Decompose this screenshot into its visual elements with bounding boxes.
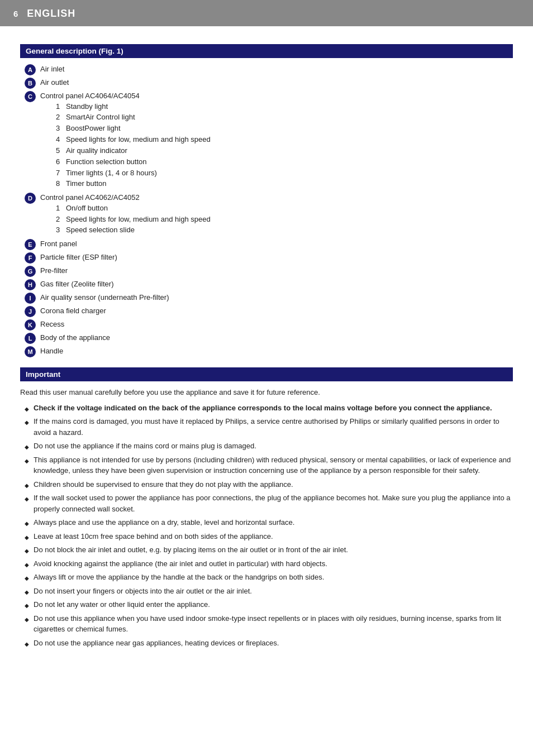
bullet-item: ◆Always place and use the appliance on a… bbox=[25, 517, 513, 528]
sub-item-text: Speed lights for low, medium and high sp… bbox=[66, 214, 211, 225]
desc-letter-badge: M bbox=[25, 346, 36, 357]
sub-list-item: 1Standby light bbox=[56, 102, 211, 112]
bullet-item: ◆Do not use the appliance if the mains c… bbox=[25, 441, 513, 452]
desc-item-text: Air quality sensor (underneath Pre-filte… bbox=[40, 293, 169, 302]
bullet-diamond-icon: ◆ bbox=[25, 547, 29, 555]
bullet-item: ◆Leave at least 10cm free space behind a… bbox=[25, 531, 513, 542]
sub-item-number: 7 bbox=[56, 168, 66, 179]
desc-item-content: Handle bbox=[40, 346, 63, 357]
sub-item-number: 1 bbox=[56, 102, 66, 112]
bullet-text: Children should be supervised to ensure … bbox=[34, 479, 293, 490]
bullet-list: ◆Check if the voltage indicated on the b… bbox=[25, 403, 513, 649]
desc-item-text: Particle filter (ESP filter) bbox=[40, 253, 117, 261]
desc-item-text: Control panel AC4064/AC4054 bbox=[40, 92, 140, 100]
desc-item-content: Front panel bbox=[40, 238, 77, 250]
page-title: ENGLISH bbox=[27, 8, 75, 20]
important-section: Important Read this user manual carefull… bbox=[20, 367, 513, 648]
sub-item-text: On/off button bbox=[66, 203, 108, 214]
sub-list-item: 2Speed lights for low, medium and high s… bbox=[56, 214, 211, 225]
bullet-diamond-icon: ◆ bbox=[25, 443, 29, 451]
page-content: General description (Fig. 1) AAir inletB… bbox=[0, 26, 533, 661]
bullet-text: Always lift or move the appliance by the… bbox=[34, 572, 324, 583]
desc-letter-badge: B bbox=[25, 78, 36, 89]
bullet-text: This appliance is not intended for use b… bbox=[34, 454, 513, 476]
sub-item-number: 2 bbox=[56, 112, 66, 123]
bullet-text: Do not insert your fingers or objects in… bbox=[34, 586, 252, 597]
bullet-diamond-icon: ◆ bbox=[25, 640, 29, 648]
important-intro: Read this user manual carefully before y… bbox=[20, 387, 513, 398]
desc-item: FParticle filter (ESP filter) bbox=[25, 252, 513, 264]
bullet-item: ◆Avoid knocking against the appliance (t… bbox=[25, 558, 513, 570]
desc-letter-badge: F bbox=[25, 252, 36, 264]
bullet-item: ◆If the mains cord is damaged, you must … bbox=[25, 416, 513, 438]
desc-item: LBody of the appliance bbox=[25, 332, 513, 344]
page: 6 ENGLISH General description (Fig. 1) A… bbox=[0, 0, 533, 756]
bullet-diamond-icon: ◆ bbox=[25, 533, 29, 542]
desc-item: GPre-filter bbox=[25, 265, 513, 277]
sub-item-number: 5 bbox=[56, 146, 66, 156]
bullet-text: Always place and use the appliance on a … bbox=[34, 517, 294, 528]
bullet-diamond-icon: ◆ bbox=[25, 615, 29, 624]
bullet-diamond-icon: ◆ bbox=[25, 495, 29, 503]
desc-item-text: Corona field charger bbox=[40, 307, 106, 315]
desc-item-text: Air outlet bbox=[40, 78, 69, 87]
sub-item-number: 1 bbox=[56, 203, 66, 214]
desc-item-text: Gas filter (Zeolite filter) bbox=[40, 280, 113, 288]
desc-item: EFront panel bbox=[25, 238, 513, 250]
general-section-header: General description (Fig. 1) bbox=[20, 44, 513, 58]
desc-item: BAir outlet bbox=[25, 77, 513, 89]
sub-list-item: 3Speed selection slide bbox=[56, 225, 211, 236]
desc-item: AAir inlet bbox=[25, 64, 513, 75]
bullet-diamond-icon: ◆ bbox=[25, 457, 29, 465]
sub-item-text: Timer lights (1, 4 or 8 hours) bbox=[66, 168, 157, 179]
desc-item-content: Air inlet bbox=[40, 64, 64, 75]
important-section-header: Important bbox=[20, 367, 513, 381]
desc-item-content: Air outlet bbox=[40, 77, 69, 88]
sub-item-text: Speed lights for low, medium and high sp… bbox=[66, 135, 211, 145]
desc-item-text: Recess bbox=[40, 320, 64, 328]
desc-letter-badge: D bbox=[25, 193, 36, 204]
desc-letter-badge: K bbox=[25, 319, 36, 331]
sub-list-item: 3BoostPower light bbox=[56, 123, 211, 134]
page-header: 6 ENGLISH bbox=[0, 0, 533, 26]
page-number: 6 bbox=[13, 9, 18, 18]
desc-item-content: Body of the appliance bbox=[40, 332, 110, 343]
desc-item: JCorona field charger bbox=[25, 305, 513, 317]
desc-item-text: Body of the appliance bbox=[40, 333, 110, 342]
bullet-text: Do not block the air inlet and outlet, e… bbox=[34, 544, 348, 556]
sub-item-text: Function selection button bbox=[66, 157, 147, 168]
sub-item-text: SmartAir Control light bbox=[66, 112, 135, 123]
bullet-text: If the mains cord is damaged, you must h… bbox=[34, 416, 513, 438]
desc-item: MHandle bbox=[25, 346, 513, 357]
bullet-text: Check if the voltage indicated on the ba… bbox=[34, 403, 492, 414]
desc-item: CControl panel AC4064/AC40541Standby lig… bbox=[25, 90, 513, 190]
sub-item-text: Standby light bbox=[66, 102, 108, 112]
general-section-title: General description (Fig. 1) bbox=[26, 47, 123, 55]
bullet-item: ◆If the wall socket used to power the ap… bbox=[25, 492, 513, 514]
bullet-text: Leave at least 10cm free space behind an… bbox=[34, 531, 273, 542]
desc-letter-badge: E bbox=[25, 239, 36, 250]
sub-list-item: 4Speed lights for low, medium and high s… bbox=[56, 135, 211, 145]
desc-item-content: Particle filter (ESP filter) bbox=[40, 252, 117, 263]
bullet-text: Avoid knocking against the appliance (th… bbox=[34, 558, 327, 570]
sub-item-number: 6 bbox=[56, 157, 66, 168]
desc-item-content: Gas filter (Zeolite filter) bbox=[40, 279, 113, 290]
sub-item-number: 3 bbox=[56, 123, 66, 134]
desc-item: KRecess bbox=[25, 319, 513, 331]
sub-item-text: Speed selection slide bbox=[66, 225, 135, 236]
bullet-item: ◆Children should be supervised to ensure… bbox=[25, 479, 513, 490]
desc-letter-badge: C bbox=[25, 91, 36, 102]
desc-letter-badge: L bbox=[25, 333, 36, 344]
desc-letter-badge: H bbox=[25, 279, 36, 290]
desc-item-text: Front panel bbox=[40, 240, 77, 248]
bullet-item: ◆Do not insert your fingers or objects i… bbox=[25, 586, 513, 597]
bullet-item: ◆Do not let any water or other liquid en… bbox=[25, 599, 513, 610]
bullet-item: ◆Do not block the air inlet and outlet, … bbox=[25, 544, 513, 556]
bullet-text: If the wall socket used to power the app… bbox=[34, 492, 513, 514]
desc-item-text: Handle bbox=[40, 347, 63, 355]
sub-item-text: BoostPower light bbox=[66, 123, 121, 134]
desc-item: HGas filter (Zeolite filter) bbox=[25, 279, 513, 290]
bullet-diamond-icon: ◆ bbox=[25, 588, 29, 596]
sub-item-number: 4 bbox=[56, 135, 66, 145]
desc-item-content: Recess bbox=[40, 319, 64, 330]
